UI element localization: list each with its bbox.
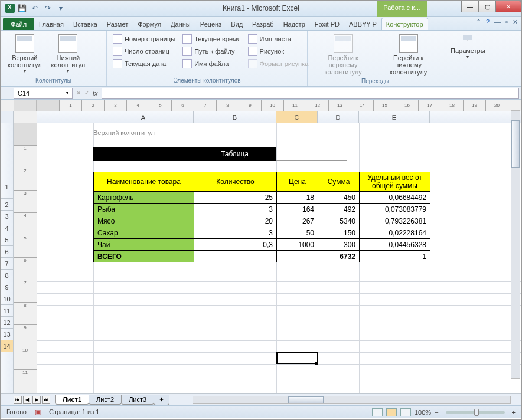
table-row[interactable]: Чай0,310003000,04456328: [94, 239, 430, 251]
th-share[interactable]: Удельный вес от общей суммы: [360, 172, 430, 192]
view-page-layout[interactable]: [386, 408, 397, 416]
row-header-1[interactable]: 1: [1, 175, 13, 199]
row-header-6[interactable]: 6: [1, 246, 13, 258]
th-qty[interactable]: Количество: [194, 172, 277, 192]
formula-input[interactable]: [102, 88, 519, 99]
cells-area[interactable]: Верхний колонтитул Таблица Наименование …: [37, 123, 521, 393]
row-header-11[interactable]: 11: [1, 305, 13, 317]
vertical-ruler[interactable]: 123 456 789 1011: [14, 123, 37, 393]
row-header-10[interactable]: 10: [1, 293, 13, 305]
qat-customize[interactable]: ▾: [55, 2, 67, 14]
horizontal-scrollbar[interactable]: [193, 396, 511, 404]
parameters-button[interactable]: ⚙ Параметры ▾: [447, 33, 489, 61]
ribbon-minimize[interactable]: ⌃: [476, 18, 481, 26]
workbook-restore[interactable]: ▫: [505, 18, 508, 26]
row-header-3[interactable]: 3: [1, 211, 13, 222]
macro-record-icon[interactable]: ▣: [35, 408, 41, 416]
tab-review[interactable]: Реценз: [195, 18, 226, 30]
col-header-a[interactable]: A: [93, 111, 194, 123]
zoom-in[interactable]: +: [512, 409, 516, 416]
row-header-5[interactable]: 5: [1, 234, 13, 246]
th-sum[interactable]: Сумма: [318, 172, 360, 192]
tab-formulas[interactable]: Формул: [133, 18, 166, 30]
sheet-nav-last[interactable]: ⏭: [42, 396, 50, 404]
sheet-nav-prev[interactable]: ◀: [23, 396, 31, 404]
tab-view[interactable]: Вид: [226, 18, 247, 30]
select-all-corner[interactable]: [1, 111, 14, 123]
page-count-button[interactable]: Число страниц: [110, 45, 178, 57]
sheet-nav-next[interactable]: ▶: [32, 396, 41, 404]
col-header-b[interactable]: B: [194, 111, 276, 123]
tab-home[interactable]: Главная: [34, 18, 68, 30]
tab-insert[interactable]: Вставка: [68, 18, 102, 30]
close-button[interactable]: ✕: [495, 1, 521, 12]
zoom-out[interactable]: −: [435, 409, 438, 416]
table-row-total[interactable]: ВСЕГО67321: [94, 251, 430, 262]
th-price[interactable]: Цена: [277, 172, 318, 192]
title-box-left[interactable]: [93, 147, 194, 161]
table-row[interactable]: Картофель25184500,06684492: [94, 192, 430, 204]
horizontal-scroll-thumb[interactable]: [288, 396, 324, 403]
title-box-right[interactable]: [276, 147, 347, 161]
row-header-8[interactable]: 8: [1, 270, 13, 281]
row-header-4[interactable]: 4: [1, 222, 13, 234]
tab-design[interactable]: Конструктор: [381, 18, 428, 30]
sheet-tab-2[interactable]: Лист2: [89, 395, 122, 405]
workbook-close[interactable]: ✕: [513, 18, 518, 26]
row-header-12[interactable]: 12: [1, 317, 13, 329]
col-header-d[interactable]: D: [318, 111, 359, 123]
vertical-scroll-thumb[interactable]: [511, 120, 520, 168]
col-header-e[interactable]: E: [359, 111, 430, 123]
vertical-scrollbar[interactable]: [511, 110, 520, 379]
current-time-button[interactable]: Текущее время: [180, 33, 243, 45]
qat-save[interactable]: 💾: [16, 2, 28, 14]
goto-footer-button[interactable]: Перейти к нижнему колонтитулу: [377, 33, 439, 77]
zoom-level[interactable]: 100%: [415, 409, 431, 416]
row-header-9[interactable]: 9: [1, 281, 13, 293]
th-name[interactable]: Наименование товара: [94, 172, 194, 192]
row-header-13[interactable]: 13: [1, 329, 13, 340]
table-row[interactable]: Рыба31644920,073083779: [94, 204, 430, 215]
workbook-minimize[interactable]: —: [494, 18, 501, 26]
maximize-button[interactable]: ▢: [478, 1, 496, 12]
footer-button[interactable]: Нижний колонтитул ▾: [48, 33, 89, 75]
file-path-button[interactable]: Путь к файлу: [180, 45, 243, 57]
fx-icon[interactable]: fx: [93, 90, 98, 97]
page-number-button[interactable]: Номер страницы: [110, 33, 178, 45]
table-row[interactable]: Мясо2026753400,793226381: [94, 215, 430, 227]
tab-data[interactable]: Данны: [166, 18, 195, 30]
tab-foxit[interactable]: Foxit PD: [310, 18, 344, 30]
tab-abbyy[interactable]: ABBYY P: [344, 18, 381, 30]
data-table[interactable]: Наименование товара Количество Цена Сумм…: [93, 172, 430, 262]
row-header-7[interactable]: 7: [1, 258, 13, 270]
name-box[interactable]: C14▾: [14, 88, 73, 99]
table-row[interactable]: Сахар3501500,02228164: [94, 227, 430, 239]
tab-developer[interactable]: Разраб: [247, 18, 279, 30]
fx-cancel[interactable]: ✕: [76, 90, 81, 96]
sheet-name-button[interactable]: Имя листа: [246, 33, 311, 45]
zoom-slider[interactable]: [446, 411, 505, 414]
picture-button[interactable]: Рисунок: [246, 45, 311, 57]
tab-file[interactable]: Файл: [3, 18, 34, 30]
qat-redo[interactable]: ↷: [42, 2, 54, 14]
file-name-button[interactable]: Имя файла: [180, 58, 243, 70]
sheet-tab-1[interactable]: Лист1: [55, 395, 89, 405]
view-page-break[interactable]: [400, 408, 411, 416]
sheet-tab-3[interactable]: Лист3: [121, 395, 154, 405]
zoom-slider-thumb[interactable]: [474, 409, 479, 416]
row-header-2[interactable]: 2: [1, 199, 13, 211]
cell-selection[interactable]: [276, 352, 318, 364]
header-button[interactable]: Верхний колонтитул ▾: [4, 33, 45, 75]
sheet-tab-new[interactable]: ✦: [154, 395, 169, 405]
fx-confirm[interactable]: ✓: [84, 90, 89, 96]
title-box-mid[interactable]: Таблица: [194, 147, 276, 161]
view-normal[interactable]: [372, 408, 383, 416]
minimize-button[interactable]: —: [461, 1, 479, 12]
row-header-14[interactable]: 14: [1, 340, 13, 352]
col-header-c[interactable]: C: [276, 111, 318, 123]
sheet-nav-first[interactable]: ⏮: [14, 396, 22, 404]
qat-undo[interactable]: ↶: [29, 2, 41, 14]
help-icon[interactable]: ?: [486, 18, 490, 26]
horizontal-ruler[interactable]: 123 456 789 101112 131415 161718 1920: [1, 100, 521, 111]
tab-layout[interactable]: Размет: [102, 18, 133, 30]
